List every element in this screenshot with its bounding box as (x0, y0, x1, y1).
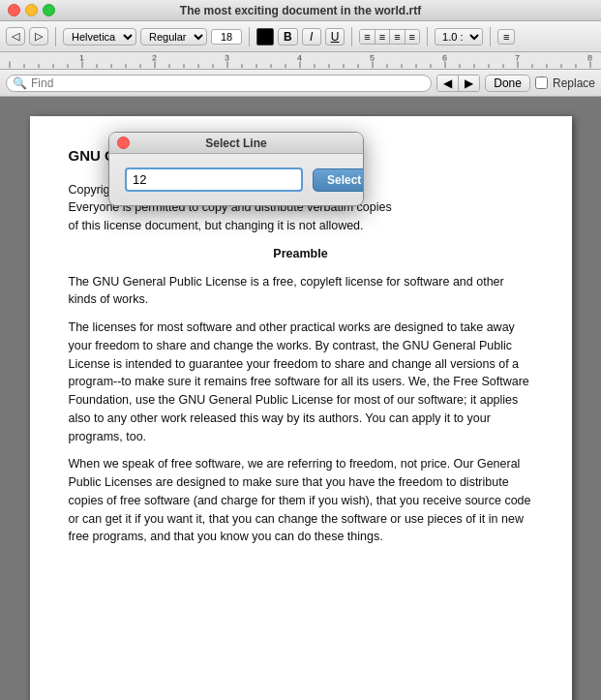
indent-forward-button[interactable]: ▷ (29, 27, 48, 46)
list-button[interactable]: ≡ (497, 29, 515, 45)
title-bar: The most exciting document in the world.… (0, 0, 601, 21)
dialog-title: Select Line (205, 137, 266, 150)
find-next-button[interactable]: ▶ (459, 76, 479, 91)
align-right-button[interactable]: ≡ (390, 30, 405, 44)
toolbar: ◁ ▷ Helvetica Regular B I U ≡ ≡ ≡ ≡ 1.0 … (0, 21, 601, 52)
window-title: The most exciting document in the world.… (180, 4, 421, 17)
dialog-body: Select (109, 154, 363, 205)
color-picker[interactable] (256, 28, 274, 46)
search-input[interactable] (31, 76, 425, 90)
align-left-button[interactable]: ≡ (360, 30, 375, 44)
select-line-dialog: Select Line Select (108, 132, 364, 206)
replace-checkbox[interactable] (535, 76, 548, 89)
search-icon: 🔍 (13, 76, 27, 90)
minimize-button[interactable] (25, 4, 38, 16)
align-group: ≡ ≡ ≡ ≡ (359, 29, 420, 45)
toolbar-separator-2 (249, 27, 250, 46)
toolbar-separator-5 (490, 27, 491, 46)
align-center-button[interactable]: ≡ (376, 30, 390, 44)
font-style-select[interactable]: Regular (140, 28, 207, 46)
indent-back-button[interactable]: ◁ (6, 27, 25, 46)
find-bar: 🔍 ◀ ▶ Done Replace (0, 70, 601, 97)
dialog-title-bar: Select Line (109, 133, 363, 154)
line-spacing-select[interactable]: 1.0 : (435, 28, 483, 46)
find-input-wrap: 🔍 (6, 75, 432, 92)
document-area: GNU GENERAL PUBLIC LICENSE Copyright (C)… (0, 97, 601, 700)
bold-button[interactable]: B (278, 28, 298, 46)
select-line-button[interactable]: Select (313, 168, 364, 192)
line-number-input[interactable] (125, 167, 303, 192)
toolbar-separator-1 (55, 27, 56, 46)
maximize-button[interactable] (43, 4, 55, 16)
modal-overlay: Select Line Select (0, 97, 601, 700)
find-prev-button[interactable]: ◀ (437, 76, 459, 91)
find-done-button[interactable]: Done (485, 75, 530, 92)
toolbar-separator-3 (351, 27, 352, 46)
find-nav-buttons: ◀ ▶ (436, 75, 480, 92)
ruler (0, 52, 601, 70)
font-family-select[interactable]: Helvetica (63, 28, 136, 46)
dialog-close-button[interactable] (117, 137, 130, 149)
font-size-input[interactable] (211, 29, 242, 45)
window-controls (8, 4, 55, 16)
close-button[interactable] (8, 4, 20, 16)
replace-label: Replace (553, 76, 595, 90)
toolbar-separator-4 (427, 27, 428, 46)
align-justify-button[interactable]: ≡ (406, 30, 419, 44)
italic-button[interactable]: I (302, 28, 321, 46)
ruler-canvas (0, 52, 601, 69)
underline-button[interactable]: U (325, 28, 346, 46)
